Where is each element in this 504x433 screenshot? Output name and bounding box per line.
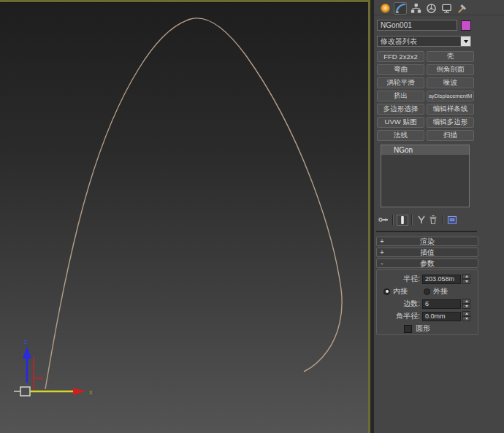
rollouts: + 渲染 + 插值 - 参数 半径: 203.058m xyxy=(376,237,478,335)
toolbar-separator xyxy=(392,215,394,225)
circular-label: 圆形 xyxy=(416,323,430,334)
remove-modifier-button[interactable] xyxy=(427,215,439,226)
create-icon xyxy=(381,4,390,13)
hierarchy-icon xyxy=(411,3,421,14)
panel-divider xyxy=(376,231,477,232)
modifier-stack-toolbar xyxy=(378,214,504,226)
inscribed-radio[interactable] xyxy=(383,288,390,295)
tab-utilities[interactable] xyxy=(455,2,468,15)
modify-icon xyxy=(395,3,406,14)
sides-label: 边数: xyxy=(377,299,422,309)
normal-button[interactable]: 法线 xyxy=(377,130,424,141)
pin-stack-button[interactable] xyxy=(378,215,389,226)
expand-icon: + xyxy=(377,237,387,245)
edit-poly-button[interactable]: 编辑多边形 xyxy=(427,117,474,128)
radius-label: 半径: xyxy=(377,274,422,284)
circular-checkbox[interactable] xyxy=(404,325,412,333)
tab-motion[interactable] xyxy=(424,2,438,15)
extrude-button[interactable]: 挤出 xyxy=(377,91,424,101)
rollout-interpolation-label: 插值 xyxy=(387,248,467,258)
bevel-profile-button[interactable]: 倒角剖面 xyxy=(427,64,474,75)
spinner-up-icon[interactable] xyxy=(462,311,470,316)
rollout-rendering[interactable]: + 渲染 xyxy=(376,237,478,246)
remove-modifier-icon xyxy=(428,215,438,225)
spinner-up-icon[interactable] xyxy=(462,274,470,279)
x-axis-label: x xyxy=(89,388,93,396)
show-end-result-button[interactable] xyxy=(397,215,408,226)
rollout-rendering-label: 渲染 xyxy=(387,237,467,247)
sides-row: 边数: 6 xyxy=(377,299,478,309)
inscribe-mode-row: 内接 外接 xyxy=(377,286,478,296)
inscribed-label: 内接 xyxy=(393,286,408,296)
motion-icon xyxy=(426,3,437,14)
tab-hierarchy[interactable] xyxy=(409,2,422,15)
chevron-down-icon xyxy=(464,40,468,43)
sides-field[interactable]: 6 xyxy=(422,299,461,309)
tab-modify[interactable] xyxy=(394,2,407,15)
3dsmax-window: x z xyxy=(0,0,504,433)
object-name-field[interactable]: NGon001 xyxy=(377,20,457,31)
uvw-map-button[interactable]: UVW 贴图 xyxy=(377,117,424,128)
corner-radius-label: 角半径: xyxy=(377,311,422,321)
stack-item-ngon[interactable]: NGon xyxy=(381,145,469,155)
spinner-down-icon[interactable] xyxy=(462,304,470,309)
show-end-result-icon xyxy=(398,215,407,225)
command-panel-tabs xyxy=(374,0,504,15)
modifier-list-dropdown[interactable]: 修改器列表 xyxy=(377,36,471,47)
origin-box xyxy=(20,387,30,396)
poly-select-button[interactable]: 多边形选择 xyxy=(377,104,424,115)
circumscribed-radio[interactable] xyxy=(424,288,430,295)
modifier-list-label: 修改器列表 xyxy=(378,37,460,47)
noise-button[interactable]: 噪波 xyxy=(427,77,474,88)
turbosmooth-button[interactable]: 涡轮平滑 xyxy=(377,77,424,88)
rollout-parameters[interactable]: - 参数 xyxy=(376,258,478,268)
command-panel: NGon001 修改器列表 FFD 2x2x2 壳 弯曲 倒角剖面 涡轮平滑 噪… xyxy=(374,0,504,433)
modifier-stack: NGon xyxy=(381,145,470,207)
collapse-icon: - xyxy=(377,259,387,267)
configure-modifier-sets-button[interactable] xyxy=(446,215,458,226)
utilities-icon xyxy=(457,3,467,14)
object-name-row: NGon001 xyxy=(377,20,504,31)
ngon-spline[interactable] xyxy=(45,18,342,389)
perspective-viewport[interactable]: x z xyxy=(0,0,374,433)
toolbar-separator xyxy=(442,215,443,225)
dropdown-arrow-button[interactable] xyxy=(460,37,470,46)
sweep-button[interactable]: 扫描 xyxy=(427,130,474,141)
make-unique-icon xyxy=(416,215,427,225)
corner-radius-spinner[interactable] xyxy=(462,311,470,321)
rollout-parameters-label: 参数 xyxy=(387,258,467,269)
modifier-button-grid: FFD 2x2x2 壳 弯曲 倒角剖面 涡轮平滑 噪波 挤出 ayDisplac… xyxy=(377,51,504,141)
z-axis-arrowhead xyxy=(23,346,31,359)
make-unique-button[interactable] xyxy=(416,215,427,226)
ffd-2x2x2-button[interactable]: FFD 2x2x2 xyxy=(377,51,424,62)
shell-button[interactable]: 壳 xyxy=(427,51,474,62)
radius-row: 半径: 203.058m xyxy=(377,274,478,284)
bend-button[interactable]: 弯曲 xyxy=(377,64,424,75)
radius-field[interactable]: 203.058m xyxy=(422,275,461,284)
sides-spinner[interactable] xyxy=(462,299,470,309)
object-color-swatch[interactable] xyxy=(461,20,471,31)
radius-spinner[interactable] xyxy=(462,274,470,284)
spinner-down-icon[interactable] xyxy=(462,279,470,284)
edit-spline-button[interactable]: 编辑样条线 xyxy=(427,104,474,115)
spinner-down-icon[interactable] xyxy=(462,316,470,321)
tab-display[interactable] xyxy=(440,2,453,15)
vray-displacement-button[interactable]: ayDisplacementM xyxy=(427,91,474,101)
toolbar-separator xyxy=(411,215,413,225)
expand-icon: + xyxy=(377,248,387,256)
z-axis-label: z xyxy=(24,338,28,345)
tab-create[interactable] xyxy=(378,2,392,15)
circular-row: 圆形 xyxy=(377,323,478,334)
axis-gizmo: x z xyxy=(14,338,93,396)
viewport-canvas: x z xyxy=(0,2,374,433)
rollout-interpolation[interactable]: + 插值 xyxy=(376,248,478,257)
circumscribed-label: 外接 xyxy=(433,286,448,296)
viewport-active-border xyxy=(368,0,374,433)
configure-modifier-sets-icon xyxy=(447,215,457,225)
corner-radius-row: 角半径: 0.0mm xyxy=(377,311,478,321)
display-icon xyxy=(441,3,452,14)
parameters-rollout-content: 半径: 203.058m 内接 外接 边数: 6 xyxy=(376,269,478,335)
pin-stack-icon xyxy=(378,215,389,225)
corner-radius-field[interactable]: 0.0mm xyxy=(422,312,461,321)
spinner-up-icon[interactable] xyxy=(462,299,470,304)
